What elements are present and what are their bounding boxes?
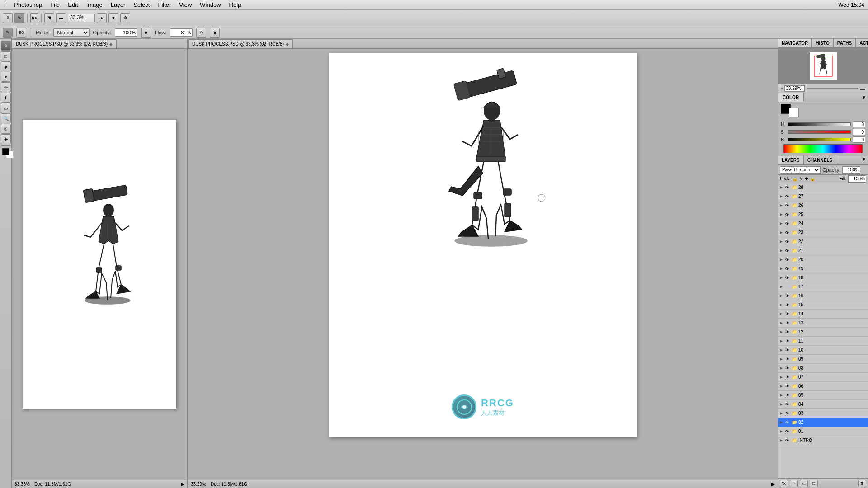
expand-arrow[interactable]: ▶ bbox=[780, 194, 783, 198]
layer-eye[interactable]: 👁 bbox=[784, 410, 790, 417]
healing-tool-icon[interactable]: ✦ bbox=[1, 72, 11, 82]
menu-image[interactable]: Image bbox=[83, 1, 106, 9]
layer-eye[interactable]: 👁 bbox=[784, 392, 790, 399]
layer-eye[interactable]: 👁 bbox=[784, 275, 790, 281]
layer-eye[interactable]: 👁 bbox=[784, 266, 790, 272]
eraser-tool-icon[interactable]: □ bbox=[1, 51, 11, 61]
opacity-input[interactable] bbox=[115, 28, 137, 37]
layer-eye[interactable]: 👁 bbox=[784, 338, 790, 344]
layer-row[interactable]: ▶👁📁05 bbox=[778, 391, 868, 400]
layer-eye[interactable]: 👁 bbox=[784, 230, 790, 236]
brush-tool[interactable]: ✎ bbox=[14, 13, 24, 23]
brush-size-btn[interactable]: 59 bbox=[16, 28, 26, 38]
tool-arrange[interactable]: ✥ bbox=[120, 13, 130, 23]
layer-eye[interactable]: 👁 bbox=[784, 329, 790, 335]
expand-arrow[interactable]: ▶ bbox=[780, 303, 783, 307]
layer-row[interactable]: ▶👁📁02 bbox=[778, 418, 868, 427]
canvas-left-tab[interactable]: DUSK PROCESS.PSD @ 33,3% (02, RGB/8) ◆ bbox=[12, 39, 117, 48]
layer-eye[interactable]: 👁 bbox=[784, 311, 790, 317]
h-value[interactable] bbox=[853, 121, 865, 127]
layer-eye[interactable]: 👁 bbox=[784, 302, 790, 308]
expand-arrow[interactable]: ▶ bbox=[780, 438, 783, 442]
menu-select[interactable]: Select bbox=[130, 1, 153, 9]
expand-arrow[interactable]: ▶ bbox=[780, 294, 783, 298]
zoom-minus-btn[interactable]: ▫ bbox=[781, 85, 783, 92]
layer-eye[interactable] bbox=[784, 284, 790, 290]
tool-3[interactable]: ◥ bbox=[44, 13, 54, 23]
color-spectrum[interactable] bbox=[783, 144, 863, 153]
layer-row[interactable]: ▶👁📁04 bbox=[778, 400, 868, 409]
histogram-tab[interactable]: HISTO bbox=[812, 39, 833, 47]
expand-arrow[interactable]: ▶ bbox=[780, 357, 783, 361]
flow-input[interactable] bbox=[170, 28, 193, 37]
pressure-btn[interactable]: ◆ bbox=[210, 28, 220, 38]
foreground-color[interactable] bbox=[2, 148, 9, 155]
layer-row[interactable]: ▶👁📁16 bbox=[778, 291, 868, 300]
expand-arrow[interactable]: ▶ bbox=[780, 348, 783, 352]
layer-row[interactable]: ▶📁17 bbox=[778, 282, 868, 291]
layer-row[interactable]: ▶👁📁09 bbox=[778, 355, 868, 364]
layer-row[interactable]: ▶👁📁03 bbox=[778, 409, 868, 418]
arrow-left[interactable]: ▶ bbox=[181, 482, 184, 487]
expand-arrow[interactable]: ▶ bbox=[780, 339, 783, 343]
type-tool-icon[interactable]: T bbox=[1, 93, 11, 103]
color-tab[interactable]: COLOR bbox=[778, 93, 804, 102]
fill-input[interactable] bbox=[848, 175, 866, 183]
clone-tool-icon[interactable]: ◆ bbox=[1, 61, 11, 71]
zoom-input[interactable] bbox=[784, 85, 805, 92]
expand-arrow[interactable]: ▶ bbox=[780, 249, 783, 253]
layer-eye[interactable]: 👁 bbox=[784, 383, 790, 389]
tool-4[interactable]: ▬ bbox=[56, 13, 66, 23]
layer-eye[interactable]: 👁 bbox=[784, 419, 790, 426]
airbrush-btn[interactable]: ◇ bbox=[196, 28, 206, 38]
menu-view[interactable]: View bbox=[175, 1, 195, 9]
select-tool-icon[interactable]: ✚ bbox=[1, 134, 11, 144]
menu-file[interactable]: File bbox=[47, 1, 63, 9]
layer-row[interactable]: ▶👁📁22 bbox=[778, 237, 868, 246]
zoom-plus-btn[interactable]: ▬ bbox=[860, 85, 865, 92]
canvas-left-drawing-area[interactable] bbox=[23, 120, 176, 409]
layers-list[interactable]: ▶👁📁28▶👁📁27▶👁📁26▶👁📁25▶👁📁24▶👁📁23▶👁📁22▶👁📁21… bbox=[778, 183, 868, 478]
layer-eye[interactable]: 👁 bbox=[784, 320, 790, 326]
expand-arrow[interactable]: ▶ bbox=[780, 402, 783, 406]
expand-arrow[interactable]: ▶ bbox=[780, 312, 783, 316]
expand-arrow[interactable]: ▶ bbox=[780, 366, 783, 370]
expand-arrow[interactable]: ▶ bbox=[780, 375, 783, 379]
layer-eye[interactable]: 👁 bbox=[784, 221, 790, 227]
expand-arrow[interactable]: ▶ bbox=[780, 285, 783, 289]
expand-arrow[interactable]: ▶ bbox=[780, 429, 783, 433]
brush-tool-icon[interactable]: ✎ bbox=[1, 41, 11, 51]
layer-row[interactable]: ▶👁📁19 bbox=[778, 264, 868, 273]
layer-eye[interactable]: 👁 bbox=[784, 211, 790, 218]
expand-arrow[interactable]: ▶ bbox=[780, 212, 783, 216]
new-layer-btn[interactable]: □ bbox=[810, 480, 818, 487]
canvas-right-close[interactable]: ◆ bbox=[286, 42, 289, 47]
expand-arrow[interactable]: ▶ bbox=[780, 221, 783, 225]
layer-row[interactable]: ▶👁📁23 bbox=[778, 228, 868, 237]
h-slider[interactable] bbox=[788, 122, 851, 126]
layer-eye[interactable]: 👁 bbox=[784, 356, 790, 362]
layer-row[interactable]: ▶👁📁18 bbox=[778, 273, 868, 282]
apple-logo[interactable]:  bbox=[4, 1, 6, 9]
layer-eye[interactable]: 👁 bbox=[784, 248, 790, 254]
layer-eye[interactable]: 👁 bbox=[784, 257, 790, 263]
expand-arrow[interactable]: ▶ bbox=[780, 330, 783, 334]
s-slider[interactable] bbox=[788, 130, 851, 134]
layer-eye[interactable]: 👁 bbox=[784, 239, 790, 245]
color-options[interactable]: ▼ bbox=[860, 94, 868, 101]
layer-row[interactable]: ▶👁📁12 bbox=[778, 328, 868, 337]
layer-row[interactable]: ▶👁📁15 bbox=[778, 300, 868, 310]
tool-6[interactable]: ▼ bbox=[108, 13, 118, 23]
actions-tab[interactable]: ACTIO bbox=[856, 39, 868, 47]
b-slider[interactable] bbox=[788, 138, 851, 141]
expand-arrow[interactable]: ▶ bbox=[780, 384, 783, 388]
layer-row[interactable]: ▶👁📁26 bbox=[778, 201, 868, 210]
new-group-btn[interactable]: ▭ bbox=[800, 480, 808, 487]
lock-icon[interactable]: 🔒 bbox=[793, 177, 797, 181]
layer-row[interactable]: ▶👁📁28 bbox=[778, 183, 868, 192]
expand-arrow[interactable]: ▶ bbox=[780, 203, 783, 207]
expand-arrow[interactable]: ▶ bbox=[780, 276, 783, 280]
canvas-left-close[interactable]: ◆ bbox=[109, 42, 113, 47]
expand-arrow[interactable]: ▶ bbox=[780, 393, 783, 397]
expand-arrow[interactable]: ▶ bbox=[780, 239, 783, 244]
